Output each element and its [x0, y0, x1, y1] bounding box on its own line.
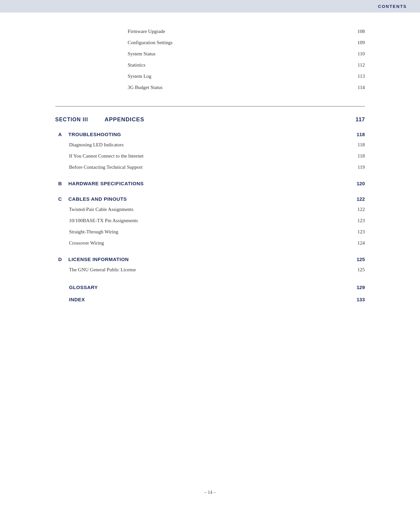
- appendix-heading-left: CCables and Pinouts: [55, 196, 127, 202]
- toc-entry-page: 108: [352, 27, 365, 35]
- appendix-sub-entry-page: 118: [352, 152, 365, 160]
- appendix-sub-entry: Before Contacting Technical Support119: [69, 162, 365, 173]
- section-divider: [55, 106, 365, 106]
- appendix-sub-entry: 10/100BASE-TX Pin Assignments123: [69, 215, 365, 226]
- footer-page-number: – 14 –: [204, 490, 216, 495]
- appendix-sub-entry-page: 123: [352, 217, 365, 224]
- appendix-block: ATroubleshooting118Diagnosing LED Indica…: [55, 130, 365, 173]
- appendix-sub-entry-label: If You Cannot Connect to the Internet: [69, 152, 144, 160]
- appendix-title: Troubleshooting: [69, 132, 121, 137]
- toc-entry-label: Firmware Upgrade: [128, 27, 165, 35]
- section-iii-title: Appendices: [105, 116, 145, 123]
- appendix-sub-entry: Twisted-Pair Cable Assignments122: [69, 204, 365, 215]
- appendix-sub-entry-label: Before Contacting Technical Support: [69, 163, 143, 171]
- appendix-sub-entry-label: Diagnosing LED Indicators: [69, 141, 124, 149]
- appendix-sub-entry: Diagnosing LED Indicators118: [69, 139, 365, 150]
- standalone-container: Glossary129Index133: [55, 281, 365, 306]
- toc-entry: Statistics112: [128, 59, 365, 71]
- appendix-page: 125: [356, 256, 365, 262]
- appendix-block: DLicense Information125The GNU General P…: [55, 254, 365, 275]
- appendix-heading-left: BHardware Specifications: [55, 181, 144, 186]
- standalone-page: 129: [356, 284, 365, 290]
- page-container: Contents Firmware Upgrade108Configuratio…: [0, 0, 420, 505]
- appendix-sub-entry: The GNU General Public License125: [69, 264, 365, 275]
- appendix-heading-left: DLicense Information: [55, 256, 129, 262]
- appendix-sub-entry-label: The GNU General Public License: [69, 266, 136, 274]
- toc-entry-page: 112: [352, 61, 365, 69]
- toc-entry-label: System Log: [128, 72, 152, 80]
- standalone-title: Glossary: [69, 284, 98, 290]
- appendix-sub-entry-page: 123: [352, 228, 365, 236]
- appendix-letter: D: [55, 256, 62, 262]
- section-iii-left: Section III Appendices: [55, 116, 145, 123]
- appendix-sub-entry-page: 119: [352, 163, 365, 171]
- section-iii-page: 117: [355, 116, 365, 123]
- appendix-title: License Information: [69, 256, 129, 262]
- appendix-letter: B: [55, 181, 62, 186]
- appendix-heading-row: ATroubleshooting118: [55, 130, 365, 139]
- appendix-block: CCables and Pinouts122Twisted-Pair Cable…: [55, 194, 365, 249]
- section-iii-row: Section III Appendices 117: [55, 113, 365, 130]
- toc-entry: Firmware Upgrade108: [128, 26, 365, 37]
- appendix-entries: The GNU General Public License125: [69, 264, 365, 275]
- header-title: Contents: [378, 4, 407, 9]
- toc-entry: System Log113: [128, 71, 365, 82]
- appendix-sub-entry-page: 124: [352, 239, 365, 247]
- appendix-heading-left: ATroubleshooting: [55, 132, 121, 137]
- toc-entry-label: Configuration Settings: [128, 39, 173, 46]
- toc-entry: System Status110: [128, 48, 365, 59]
- main-content: Firmware Upgrade108Configuration Setting…: [29, 13, 391, 325]
- appendix-heading-row: CCables and Pinouts122: [55, 194, 365, 204]
- appendix-heading-row: DLicense Information125: [55, 254, 365, 264]
- appendix-sub-entry: Crossover Wiring124: [69, 237, 365, 249]
- appendix-title: Hardware Specifications: [69, 181, 144, 186]
- appendix-sub-entry-label: Twisted-Pair Cable Assignments: [69, 205, 134, 213]
- toc-entry-label: 3G Budget Status: [128, 83, 163, 91]
- standalone-row: Glossary129: [69, 281, 365, 293]
- appendix-sub-entry-label: Straight-Through Wiring: [69, 228, 119, 236]
- toc-entry-label: Statistics: [128, 61, 146, 69]
- appendices-container: ATroubleshooting118Diagnosing LED Indica…: [55, 130, 365, 275]
- appendix-sub-entry-page: 118: [352, 141, 365, 149]
- standalone-title: Index: [69, 297, 85, 302]
- appendix-page: 120: [356, 181, 365, 186]
- appendix-sub-entry-label: Crossover Wiring: [69, 239, 104, 247]
- appendix-sub-entry: If You Cannot Connect to the Internet118: [69, 150, 365, 162]
- toc-entry: Configuration Settings109: [128, 37, 365, 48]
- appendix-sub-entry-page: 125: [352, 266, 365, 274]
- standalone-page: 133: [356, 297, 365, 302]
- appendix-title: Cables and Pinouts: [69, 196, 127, 202]
- appendix-sub-entry: Straight-Through Wiring123: [69, 226, 365, 237]
- appendix-page: 122: [356, 196, 365, 202]
- appendix-letter: C: [55, 196, 62, 202]
- appendix-heading-row: BHardware Specifications120: [55, 179, 365, 188]
- standalone-row: Index133: [69, 293, 365, 306]
- toc-entry-page: 110: [352, 50, 365, 58]
- footer: – 14 –: [0, 490, 420, 495]
- appendix-letter: A: [55, 132, 62, 137]
- appendix-entries: Twisted-Pair Cable Assignments12210/100B…: [69, 204, 365, 249]
- toc-entry-page: 109: [352, 39, 365, 46]
- toc-entry: 3G Budget Status114: [128, 82, 365, 93]
- toc-entry-page: 113: [352, 72, 365, 80]
- toc-continuation-entries: Firmware Upgrade108Configuration Setting…: [128, 26, 365, 93]
- toc-entry-page: 114: [352, 83, 365, 91]
- toc-entry-label: System Status: [128, 50, 156, 58]
- appendix-sub-entry-page: 122: [352, 205, 365, 213]
- header-bar: Contents: [0, 0, 420, 13]
- section-iii-label: Section III: [55, 117, 95, 123]
- appendix-entries: Diagnosing LED Indicators118If You Canno…: [69, 139, 365, 173]
- appendix-block: BHardware Specifications120: [55, 179, 365, 188]
- appendix-page: 118: [356, 132, 365, 137]
- appendix-sub-entry-label: 10/100BASE-TX Pin Assignments: [69, 217, 138, 224]
